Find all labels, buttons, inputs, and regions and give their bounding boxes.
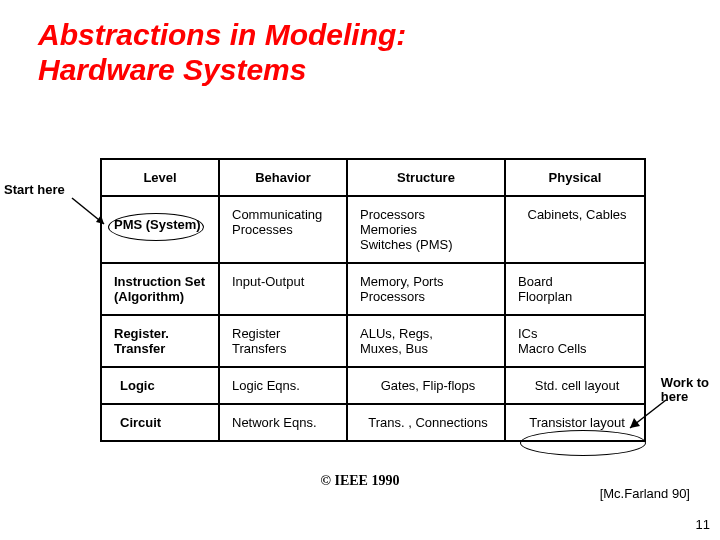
table-row: Logic Logic Eqns. Gates, Flip-flops Std.… (101, 367, 645, 404)
str1-l1: Memory, Ports (360, 274, 444, 289)
table-row: Instruction Set (Algorithm) Input-Output… (101, 263, 645, 315)
header-behavior: Behavior (219, 159, 347, 196)
cell-level-2: Register. Transfer (101, 315, 219, 367)
title-line1: Abstractions in Modeling: (38, 18, 406, 51)
cell-behavior-2: Register Transfers (219, 315, 347, 367)
str1-l2: Processors (360, 289, 425, 304)
slide-title: Abstractions in Modeling: Hardware Syste… (0, 0, 720, 87)
table-row: PMS (System) Communicating Processes Pro… (101, 196, 645, 263)
beh0-l1: Communicating (232, 207, 322, 222)
cell-physical-0: Cabinets, Cables (505, 196, 645, 263)
cell-behavior-4: Network Eqns. (219, 404, 347, 441)
cell-physical-4: Transistor layout (505, 404, 645, 441)
work-l1: Work to (661, 375, 709, 390)
str2-l1: ALUs, Regs, (360, 326, 433, 341)
lvl1-l1: Instruction Set (114, 274, 205, 289)
work-to-here-label: Work to here (661, 376, 709, 405)
beh2-l1: Register (232, 326, 280, 341)
cell-physical-1: Board Floorplan (505, 263, 645, 315)
lvl2-l1: Register. (114, 326, 169, 341)
header-level: Level (101, 159, 219, 196)
cell-physical-2: ICs Macro Cells (505, 315, 645, 367)
header-structure: Structure (347, 159, 505, 196)
phy1-l2: Floorplan (518, 289, 572, 304)
cell-behavior-0: Communicating Processes (219, 196, 347, 263)
abstraction-table: Level Behavior Structure Physical PMS (S… (100, 158, 645, 442)
cell-structure-0: Processors Memories Switches (PMS) (347, 196, 505, 263)
cell-structure-2: ALUs, Regs, Muxes, Bus (347, 315, 505, 367)
citation-text: [Mc.Farland 90] (600, 486, 690, 501)
level-0-text: PMS (System) (114, 217, 201, 232)
cell-level-4: Circuit (101, 404, 219, 441)
str0-l3: Switches (PMS) (360, 237, 452, 252)
beh0-l2: Processes (232, 222, 293, 237)
phy2-l1: ICs (518, 326, 538, 341)
start-here-label: Start here (4, 182, 65, 197)
lvl2-l2: Transfer (114, 341, 165, 356)
lvl1-l2: (Algorithm) (114, 289, 184, 304)
cell-level-3: Logic (101, 367, 219, 404)
str2-l2: Muxes, Bus (360, 341, 428, 356)
table-row: Register. Transfer Register Transfers AL… (101, 315, 645, 367)
cell-structure-4: Trans. , Connections (347, 404, 505, 441)
work-l2: here (661, 389, 688, 404)
cell-structure-1: Memory, Ports Processors (347, 263, 505, 315)
page-number: 11 (696, 517, 710, 532)
cell-level-0: PMS (System) (101, 196, 219, 263)
str0-l2: Memories (360, 222, 417, 237)
str0-l1: Processors (360, 207, 425, 222)
cell-behavior-3: Logic Eqns. (219, 367, 347, 404)
table-header-row: Level Behavior Structure Physical (101, 159, 645, 196)
header-physical: Physical (505, 159, 645, 196)
beh2-l2: Transfers (232, 341, 286, 356)
title-line2: Hardware Systems (38, 53, 306, 86)
phy1-l1: Board (518, 274, 553, 289)
cell-level-1: Instruction Set (Algorithm) (101, 263, 219, 315)
cell-physical-3: Std. cell layout (505, 367, 645, 404)
table-row: Circuit Network Eqns. Trans. , Connectio… (101, 404, 645, 441)
cell-behavior-1: Input-Output (219, 263, 347, 315)
phy2-l2: Macro Cells (518, 341, 587, 356)
cell-structure-3: Gates, Flip-flops (347, 367, 505, 404)
